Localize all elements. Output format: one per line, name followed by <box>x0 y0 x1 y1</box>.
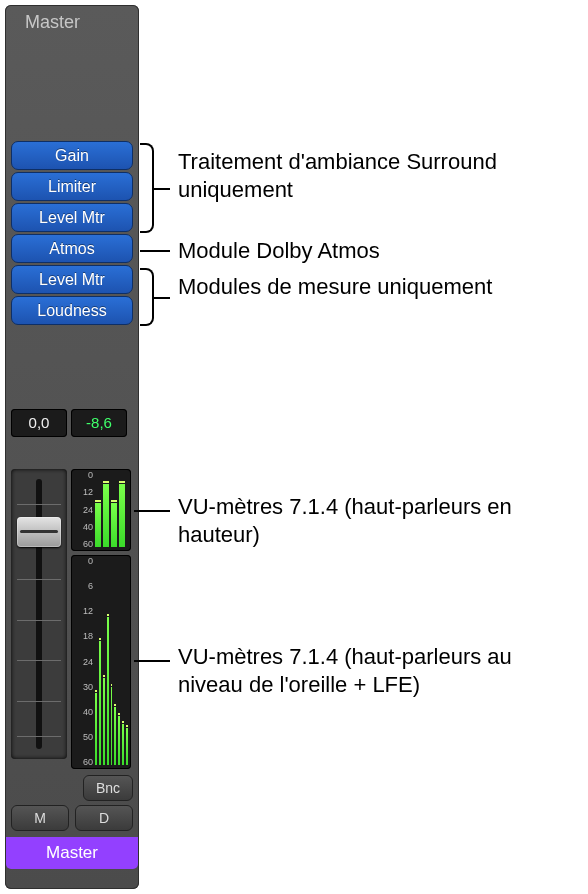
volume-fader-track[interactable] <box>11 469 67 759</box>
meter-bar <box>111 687 113 765</box>
meter-bar <box>95 693 97 765</box>
meters: 0 12 24 40 60 0 6 12 18 24 30 40 50 <box>71 469 131 769</box>
meter-bar <box>99 641 101 765</box>
plugin-level-mtr-1[interactable]: Level Mtr <box>11 203 133 232</box>
volume-fader-cap[interactable] <box>17 517 61 547</box>
bracket-metering <box>140 268 154 326</box>
plugin-gain[interactable]: Gain <box>11 141 133 170</box>
meter-bar <box>126 728 128 765</box>
meter-height-speakers: 0 12 24 40 60 <box>71 469 131 551</box>
bracket-surround <box>140 143 154 233</box>
meter-height-scale: 0 12 24 40 60 <box>73 471 93 549</box>
callout-vu-ear: VU-mètres 7.1.4 (haut-parleurs au niveau… <box>178 643 578 698</box>
meter-bar <box>107 617 109 765</box>
channel-name-footer[interactable]: Master <box>6 837 138 869</box>
level-readout[interactable]: -8,6 <box>71 409 127 437</box>
meter-bar <box>118 716 120 765</box>
gain-readout[interactable]: 0,0 <box>11 409 67 437</box>
callout-metering: Modules de mesure uniquement <box>178 273 568 301</box>
meter-bar <box>103 484 109 547</box>
bounce-button[interactable]: Bnc <box>83 775 133 801</box>
fader-area: 0 12 24 40 60 0 6 12 18 24 30 40 50 <box>5 469 139 769</box>
value-readouts: 0,0 -8,6 <box>5 409 139 437</box>
channel-title: Master <box>5 5 139 39</box>
callout-line-metering <box>154 297 170 299</box>
solo-button[interactable]: D <box>75 805 133 831</box>
meter-bar <box>122 724 124 765</box>
master-channel-strip: Master Gain Limiter Level Mtr Atmos Leve… <box>5 5 139 889</box>
plugin-atmos[interactable]: Atmos <box>11 234 133 263</box>
meter-bar <box>111 503 117 547</box>
callout-atmos: Module Dolby Atmos <box>178 237 380 265</box>
meter-bar <box>114 707 116 765</box>
mute-button[interactable]: M <box>11 805 69 831</box>
meter-ear-speakers: 0 6 12 18 24 30 40 50 60 <box>71 555 131 769</box>
meter-ear-bars <box>95 559 128 765</box>
meter-ear-scale: 0 6 12 18 24 30 40 50 60 <box>73 557 93 767</box>
callout-line-vu-ear <box>134 660 170 662</box>
plugin-level-mtr-2[interactable]: Level Mtr <box>11 265 133 294</box>
meter-bar <box>119 484 125 547</box>
plugin-slots: Gain Limiter Level Mtr Atmos Level Mtr L… <box>5 141 139 325</box>
callout-vu-height: VU-mètres 7.1.4 (haut-parleurs en hauteu… <box>178 493 578 548</box>
meter-bar <box>103 678 105 765</box>
plugin-limiter[interactable]: Limiter <box>11 172 133 201</box>
callout-line-surround <box>154 188 170 190</box>
meter-height-bars <box>95 473 128 547</box>
callout-line-vu-height <box>134 510 170 512</box>
callout-surround: Traitement d'ambiance Surround uniquemen… <box>178 148 568 203</box>
meter-bar <box>95 503 101 547</box>
plugin-loudness[interactable]: Loudness <box>11 296 133 325</box>
callout-line-atmos <box>140 250 170 252</box>
